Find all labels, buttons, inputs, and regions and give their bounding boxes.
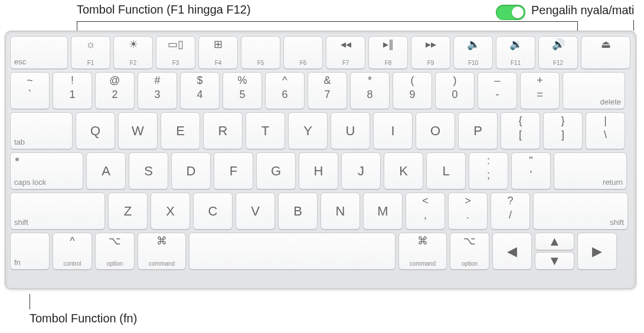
key-rcommand[interactable]: ⌘command <box>398 233 447 270</box>
key-rbracket[interactable]: }] <box>543 112 583 149</box>
row-function: esc☼F1☀F2▭▯F3⊞F4F5F6◂◂F7▸‖F8▸▸F9🔈F10🔉F11… <box>10 36 631 69</box>
callout-onoff-switch: Pengalih nyala/mati <box>531 4 635 17</box>
key-equal[interactable]: += <box>520 72 560 109</box>
key-lshift[interactable]: shift <box>10 192 105 230</box>
key-esc[interactable]: esc <box>10 36 68 69</box>
key-f12[interactable]: 🔊F12 <box>538 36 578 69</box>
key-delete[interactable]: delete <box>563 72 625 109</box>
key-lcommand-icon: ⌘ <box>156 236 167 246</box>
key-minus[interactable]: –- <box>478 72 517 109</box>
key-5[interactable]: %5 <box>223 72 262 109</box>
key-Z[interactable]: Z <box>108 192 148 230</box>
key-arrow-left[interactable]: ◀ <box>492 233 532 270</box>
key-lbracket[interactable]: {[ <box>501 112 540 149</box>
row-qwerty: tabQWERTYUIOP{[}]|\ <box>10 112 631 149</box>
key-f10-icon: 🔈 <box>467 39 480 50</box>
key-L[interactable]: L <box>426 152 466 190</box>
key-capslock[interactable]: caps lock <box>10 152 83 190</box>
key-f3[interactable]: ▭▯F3 <box>156 36 195 69</box>
key-arrow-up[interactable]: ▲ <box>535 233 574 250</box>
key-f7[interactable]: ◂◂F7 <box>326 36 365 69</box>
row-numbers: ~`!1@2#3$4%5^6&7*8(9)0–-+=delete <box>10 72 631 109</box>
key-tab[interactable]: tab <box>10 112 73 149</box>
key-fn[interactable]: fn <box>10 233 50 270</box>
key-R[interactable]: R <box>203 112 243 149</box>
key-eject-icon: ⏏ <box>601 39 611 50</box>
key-6[interactable]: ^6 <box>265 72 305 109</box>
key-quote[interactable]: "' <box>511 152 551 190</box>
callout-line-function-keys-l <box>77 21 77 31</box>
key-f8-icon: ▸‖ <box>383 39 394 50</box>
key-8[interactable]: *8 <box>350 72 390 109</box>
key-f9[interactable]: ▸▸F9 <box>411 36 450 69</box>
key-arrow-right[interactable]: ▶ <box>577 233 617 270</box>
key-4[interactable]: $4 <box>180 72 220 109</box>
key-C[interactable]: C <box>193 192 233 230</box>
key-f6[interactable]: F6 <box>283 36 323 69</box>
key-f8[interactable]: ▸‖F8 <box>368 36 408 69</box>
key-f7-icon: ◂◂ <box>341 39 351 50</box>
key-lcommand[interactable]: ⌘command <box>138 233 186 270</box>
key-loption-icon: ⌥ <box>109 236 121 246</box>
key-B[interactable]: B <box>278 192 318 230</box>
key-f10[interactable]: 🔈F10 <box>453 36 493 69</box>
key-G[interactable]: G <box>256 152 296 190</box>
key-space[interactable] <box>189 233 395 270</box>
key-lcontrol[interactable]: ^control <box>53 233 92 270</box>
key-E[interactable]: E <box>161 112 200 149</box>
key-return[interactable]: return <box>554 152 627 190</box>
key-A[interactable]: A <box>86 152 126 190</box>
key-U[interactable]: U <box>331 112 370 149</box>
key-arrow-down[interactable]: ▼ <box>535 252 574 270</box>
key-f2[interactable]: ☀F2 <box>113 36 153 69</box>
key-K[interactable]: K <box>384 152 423 190</box>
key-rcommand-icon: ⌘ <box>417 236 428 246</box>
key-f1[interactable]: ☼F1 <box>71 36 110 69</box>
key-tilde[interactable]: ~` <box>10 72 50 109</box>
key-O[interactable]: O <box>416 112 455 149</box>
key-f11-icon: 🔉 <box>509 39 522 50</box>
key-comma[interactable]: <, <box>406 192 445 230</box>
key-Q[interactable]: Q <box>76 112 115 149</box>
key-0[interactable]: )0 <box>435 72 475 109</box>
key-7[interactable]: &7 <box>308 72 347 109</box>
key-F[interactable]: F <box>214 152 253 190</box>
key-X[interactable]: X <box>151 192 190 230</box>
key-f5[interactable]: F5 <box>241 36 280 69</box>
key-f11[interactable]: 🔉F11 <box>496 36 535 69</box>
key-S[interactable]: S <box>129 152 168 190</box>
key-N[interactable]: N <box>321 192 360 230</box>
callout-line-function-keys-h <box>77 21 577 22</box>
key-J[interactable]: J <box>341 152 381 190</box>
key-f4[interactable]: ⊞F4 <box>198 36 238 69</box>
callout-line-fn <box>30 294 30 309</box>
key-lcontrol-icon: ^ <box>70 236 74 246</box>
key-semicolon[interactable]: :; <box>469 152 508 190</box>
key-3[interactable]: #3 <box>138 72 177 109</box>
key-P[interactable]: P <box>458 112 498 149</box>
key-eject[interactable]: ⏏ <box>581 36 630 69</box>
key-D[interactable]: D <box>171 152 211 190</box>
key-9[interactable]: (9 <box>393 72 432 109</box>
key-loption[interactable]: ⌥option <box>95 233 135 270</box>
key-slash[interactable]: ?/ <box>491 192 530 230</box>
key-rshift[interactable]: shift <box>533 192 628 230</box>
key-I[interactable]: I <box>373 112 413 149</box>
onoff-switch-knob <box>512 6 524 18</box>
key-roption[interactable]: ⌥option <box>450 233 489 270</box>
key-period[interactable]: >. <box>448 192 488 230</box>
key-T[interactable]: T <box>246 112 285 149</box>
key-M[interactable]: M <box>363 192 403 230</box>
key-V[interactable]: V <box>236 192 275 230</box>
onoff-switch[interactable] <box>496 5 525 20</box>
key-f1-icon: ☼ <box>86 39 96 50</box>
row-modifiers: fn^control⌥option⌘command⌘command⌥option… <box>10 233 631 270</box>
key-Y[interactable]: Y <box>288 112 328 149</box>
key-2[interactable]: @2 <box>95 72 135 109</box>
key-W[interactable]: W <box>118 112 158 149</box>
key-backslash[interactable]: |\ <box>586 112 625 149</box>
key-roption-icon: ⌥ <box>463 236 476 246</box>
key-f12-icon: 🔊 <box>552 39 565 50</box>
key-H[interactable]: H <box>299 152 338 190</box>
key-1[interactable]: !1 <box>53 72 92 109</box>
